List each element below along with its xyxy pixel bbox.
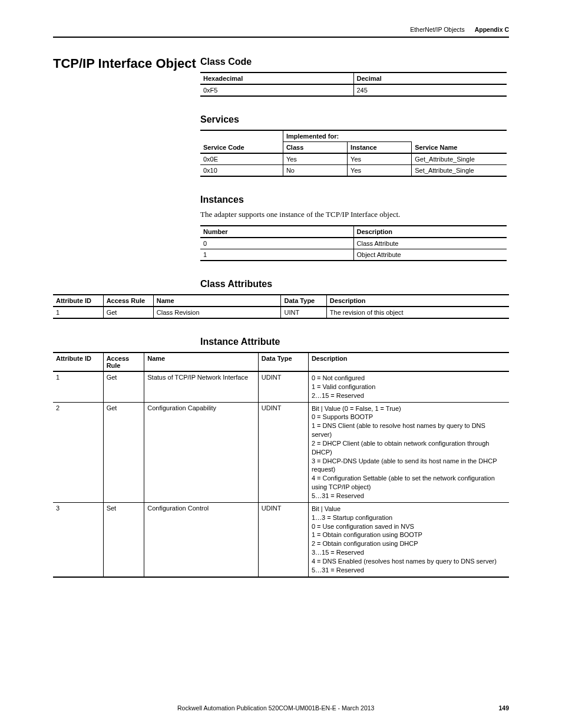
table-row: 0 Class Attribute [200,238,507,249]
instances-intro: The adapter supports one instance of the… [200,210,509,219]
col-aid: Attribute ID [53,353,103,371]
table-row: 2GetConfiguration CapabilityUDINTBit | V… [53,402,509,502]
heading-inst-attr: Instance Attribute [200,337,509,347]
doc-section: EtherNet/IP Objects [410,26,465,33]
col-instance: Instance [348,142,412,154]
heading-class-attr: Class Attributes [200,279,509,289]
col-group-impl: Implemented for: [283,130,411,142]
heading-services: Services [200,114,509,125]
table-inst-attr: Attribute ID Access Rule Name Data Type … [53,352,509,578]
col-name: Name [144,353,259,371]
col-desc: Description [308,353,509,371]
col-svc-code: Service Code [200,142,283,154]
col-access: Access Rule [103,295,153,307]
col-desc: Description [353,226,507,238]
table-row: 0xF5 245 [200,84,507,96]
table-row: 1 Object Attribute [200,249,507,261]
table-row: 0x0E Yes Yes Get_Attribute_Single [200,153,507,165]
col-svc-name: Service Name [412,142,507,154]
col-dtype: Data Type [281,295,326,307]
table-class-code: Hexadecimal Decimal 0xF5 245 [200,72,507,97]
heading-class-code: Class Code [200,57,509,67]
table-row: 0x10 No Yes Set_Attribute_Single [200,165,507,177]
table-class-attr: Attribute ID Access Rule Name Data Type … [53,294,509,319]
table-instances: Number Description 0 Class Attribute 1 O… [200,225,507,261]
footer-pub: Rockwell Automation Publication 520COM-U… [177,704,374,711]
page-footer: Rockwell Automation Publication 520COM-U… [53,704,509,711]
page-title: TCP/IP Interface Object [53,57,200,71]
col-name: Name [153,295,281,307]
appendix-label: Appendix C [475,26,509,33]
col-desc: Description [326,295,509,307]
col-aid: Attribute ID [53,295,103,307]
table-row: 3SetConfiguration ControlUDINTBit | Valu… [53,502,509,577]
table-row: 1GetStatus of TCP/IP Network InterfaceUD… [53,371,509,402]
table-row: 1 Get Class Revision UINT The revision o… [53,307,509,318]
col-number: Number [200,226,353,238]
col-access: Access Rule [103,353,144,371]
col-class: Class [283,142,347,154]
col-dec: Decimal [353,73,507,84]
heading-instances: Instances [200,195,509,205]
col-dtype: Data Type [258,353,308,371]
col-hex: Hexadecimal [200,73,353,84]
running-header: EtherNet/IP Objects Appendix C [53,26,509,38]
footer-page: 149 [498,704,509,711]
table-services: Implemented for: Service Code Class Inst… [200,130,507,177]
